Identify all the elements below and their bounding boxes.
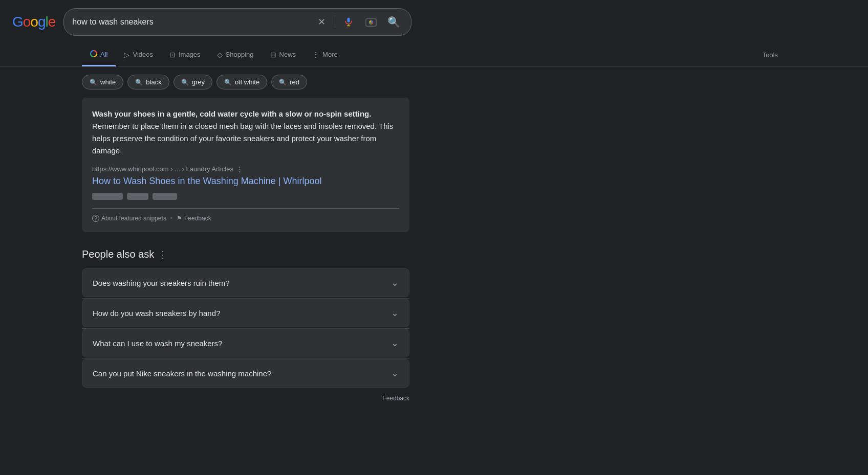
tab-videos[interactable]: ▷ Videos [116, 44, 161, 66]
tab-shopping-label: Shopping [226, 51, 254, 58]
tools-button[interactable]: Tools [754, 45, 786, 65]
clear-button[interactable]: ✕ [312, 13, 331, 31]
paa-question-3[interactable]: What can I use to wash my sneakers? ⌄ [82, 329, 409, 357]
snippet-feedback-icon: ⚑ [177, 215, 182, 222]
search-icon-group: ✕ [312, 13, 403, 31]
tools-label: Tools [763, 51, 778, 59]
paa-item-1: Does washing your sneakers ruin them? ⌄ [82, 268, 409, 297]
snippet-link[interactable]: How to Wash Shoes in the Washing Machine… [92, 176, 399, 187]
tab-images[interactable]: ⊡ Images [161, 44, 209, 66]
chip-search-icon-off-white: 🔍 [224, 79, 232, 86]
chip-grey-label: grey [192, 78, 205, 86]
paa-item-4: Can you put Nike sneakers in the washing… [82, 359, 409, 388]
people-also-ask-section: People also ask ⋮ Does washing your snea… [82, 248, 409, 408]
chips-row: 🔍 white 🔍 black 🔍 grey 🔍 off white 🔍 red [0, 66, 868, 98]
chip-white-label: white [100, 78, 116, 86]
mic-icon [343, 17, 354, 27]
tab-more[interactable]: ⋮ More [304, 44, 346, 66]
snippet-bold-text: Wash your shoes in a gentle, cold water … [92, 109, 371, 118]
paa-question-4[interactable]: Can you put Nike sneakers in the washing… [82, 359, 409, 387]
paa-item-3: What can I use to wash my sneakers? ⌄ [82, 329, 409, 357]
paa-question-2[interactable]: How do you wash sneakers by hand? ⌄ [82, 299, 409, 327]
search-input[interactable] [72, 17, 306, 27]
tab-all-label: All [100, 51, 107, 58]
snippet-source-url: https://www.whirlpool.com › ... › Laundr… [92, 165, 233, 173]
paa-question-2-text: How do you wash sneakers by hand? [93, 309, 220, 318]
about-snippets-icon: ? [92, 215, 99, 222]
chip-search-icon-white: 🔍 [90, 79, 97, 86]
snippet-pill-3 [153, 193, 177, 200]
chip-off-white[interactable]: 🔍 off white [216, 75, 267, 89]
svg-rect-0 [348, 18, 350, 22]
paa-question-1-text: Does washing your sneakers ruin them? [93, 279, 230, 287]
chip-grey[interactable]: 🔍 grey [173, 75, 212, 89]
chip-search-icon-red: 🔍 [279, 79, 287, 86]
news-tab-icon: ⊟ [270, 51, 276, 59]
tab-more-label: More [322, 51, 338, 58]
snippet-pills [92, 193, 399, 200]
chip-search-icon-black: 🔍 [135, 79, 143, 86]
tab-videos-label: Videos [133, 51, 153, 58]
featured-snippet: Wash your shoes in a gentle, cold water … [82, 98, 409, 232]
chip-off-white-label: off white [235, 78, 259, 86]
tab-images-label: Images [179, 51, 201, 58]
paa-chevron-1: ⌄ [391, 277, 399, 288]
paa-chevron-4: ⌄ [391, 368, 399, 379]
paa-feedback-button[interactable]: Feedback [382, 395, 409, 402]
paa-feedback-row: Feedback [82, 389, 409, 408]
chip-red[interactable]: 🔍 red [271, 75, 307, 89]
mic-button[interactable] [339, 13, 358, 31]
snippet-pill-1 [92, 193, 123, 200]
snippet-source: https://www.whirlpool.com › ... › Laundr… [92, 165, 399, 173]
paa-question-3-text: What can I use to wash my sneakers? [93, 339, 222, 348]
snippet-footer: ? About featured snippets • ⚑ Feedback [92, 208, 399, 222]
separator-dot: • [170, 215, 172, 222]
snippet-source-menu-icon[interactable]: ⋮ [236, 165, 243, 173]
snippet-feedback-label: Feedback [184, 215, 211, 222]
paa-question-4-text: Can you put Nike sneakers in the washing… [93, 369, 271, 378]
about-snippets-button[interactable]: ? About featured snippets [92, 215, 166, 222]
chip-black-label: black [146, 78, 161, 86]
tab-news[interactable]: ⊟ News [262, 44, 305, 66]
all-tab-icon [90, 50, 97, 59]
search-bar[interactable]: ✕ [63, 8, 411, 36]
paa-header: People also ask ⋮ [82, 248, 409, 260]
tab-all[interactable]: All [82, 44, 116, 66]
snippet-feedback-button[interactable]: ⚑ Feedback [177, 215, 211, 222]
paa-heading: People also ask [82, 248, 154, 260]
search-submit-icon: 🔍 [387, 16, 400, 28]
images-tab-icon: ⊡ [169, 51, 176, 59]
snippet-pill-2 [127, 193, 148, 200]
tab-news-label: News [279, 51, 296, 58]
paa-item-2: How do you wash sneakers by hand? ⌄ [82, 299, 409, 327]
search-submit-button[interactable]: 🔍 [384, 13, 403, 31]
header: Google ✕ [0, 0, 868, 44]
nav-tabs: All ▷ Videos ⊡ Images ◇ Shopping ⊟ News … [0, 44, 868, 66]
chip-search-icon-grey: 🔍 [181, 79, 189, 86]
camera-icon [365, 16, 377, 28]
paa-chevron-2: ⌄ [391, 307, 399, 319]
google-logo[interactable]: Google [12, 14, 55, 30]
tab-shopping[interactable]: ◇ Shopping [209, 44, 262, 66]
chip-white[interactable]: 🔍 white [82, 75, 123, 89]
paa-question-1[interactable]: Does washing your sneakers ruin them? ⌄ [82, 269, 409, 297]
shopping-tab-icon: ◇ [217, 51, 223, 59]
main-content: Wash your shoes in a gentle, cold water … [0, 98, 491, 408]
camera-button[interactable] [362, 13, 380, 31]
snippet-body-text: Remember to place them in a closed mesh … [92, 122, 393, 155]
videos-tab-icon: ▷ [124, 51, 129, 59]
about-snippets-label: About featured snippets [101, 215, 166, 222]
paa-chevron-3: ⌄ [391, 337, 399, 349]
clear-icon: ✕ [318, 16, 326, 28]
divider [335, 16, 335, 28]
snippet-text: Wash your shoes in a gentle, cold water … [92, 108, 399, 157]
more-tab-icon: ⋮ [312, 51, 319, 59]
chip-black[interactable]: 🔍 black [127, 75, 169, 89]
chip-red-label: red [290, 78, 299, 86]
paa-menu-icon[interactable]: ⋮ [158, 249, 167, 260]
